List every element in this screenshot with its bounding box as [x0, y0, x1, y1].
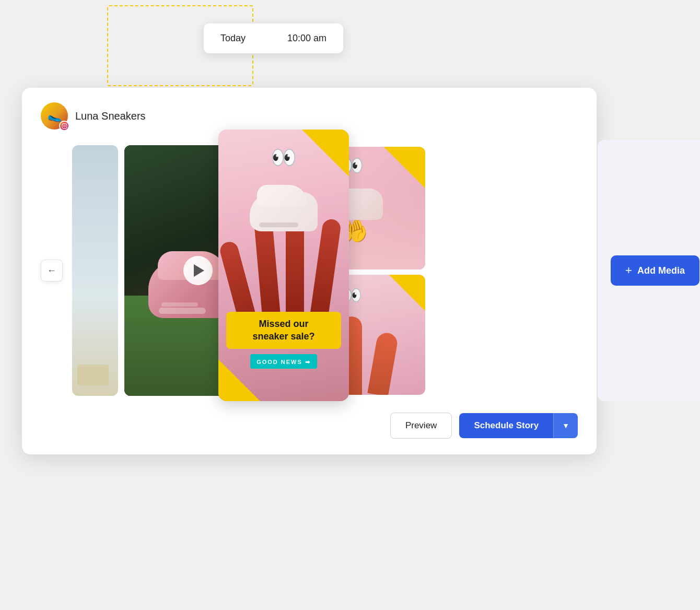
- good-news-box: GOOD NEWS ➡: [250, 354, 317, 369]
- story-headline: Missed our sneaker sale?: [232, 318, 335, 343]
- eyes-emoji-featured: 👀: [271, 145, 297, 170]
- add-media-label: Add Media: [637, 265, 685, 276]
- avatar-wrapper: 🥿: [41, 102, 68, 130]
- svg-point-1: [63, 125, 65, 127]
- plus-icon: +: [625, 264, 632, 277]
- schedule-button-group: Schedule Story ▼: [459, 413, 578, 438]
- yellow-corner-feat-top: [302, 130, 349, 177]
- datetime-selector[interactable]: Today 10:00 am: [204, 24, 343, 53]
- preview-button[interactable]: Preview: [390, 413, 452, 439]
- slides-container: 🤲 👀 👀: [41, 140, 425, 401]
- good-news-text: GOOD NEWS ➡: [256, 359, 311, 365]
- add-media-area: + Add Media: [598, 140, 700, 401]
- play-button[interactable]: [183, 256, 213, 285]
- slide-bg-left: [72, 145, 118, 396]
- schedule-dropdown-arrow[interactable]: ▼: [553, 413, 578, 438]
- story-text-box: Missed our sneaker sale?: [226, 312, 341, 349]
- main-card: 🥿 Luna Sneakers ←: [22, 88, 597, 454]
- add-media-button[interactable]: + Add Media: [611, 255, 699, 286]
- story-slide-partial-left[interactable]: [72, 145, 118, 396]
- schedule-story-button[interactable]: Schedule Story: [459, 413, 553, 438]
- yellow-corner-top-right: [383, 147, 425, 189]
- account-name: Luna Sneakers: [75, 110, 146, 122]
- back-button[interactable]: ←: [41, 260, 63, 281]
- featured-bg: 👀: [218, 130, 349, 401]
- svg-rect-0: [62, 123, 66, 128]
- back-arrow-icon: ←: [47, 265, 56, 276]
- media-area: ←: [22, 140, 597, 401]
- time-label: 10:00 am: [287, 33, 326, 44]
- svg-point-2: [65, 124, 66, 125]
- instagram-badge: [59, 121, 69, 131]
- date-label: Today: [220, 33, 246, 44]
- story-slide-featured[interactable]: 👀: [218, 130, 349, 401]
- footer-actions: Preview Schedule Story ▼: [22, 401, 597, 439]
